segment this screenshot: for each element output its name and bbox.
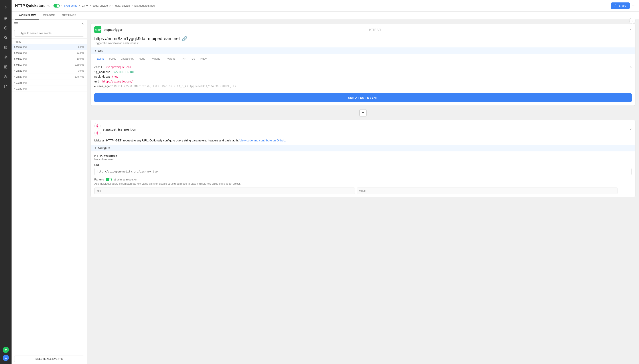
- tab-python3[interactable]: Python3: [163, 56, 178, 62]
- tab-workflow[interactable]: WORKFLOW: [15, 12, 39, 20]
- tab-node[interactable]: Node: [136, 56, 148, 62]
- section-caret-icon: ▼: [94, 50, 97, 52]
- tab-curl[interactable]: cURL: [107, 56, 119, 62]
- sidebar-icon-events[interactable]: [2, 14, 10, 22]
- list-item[interactable]: 4:23:39 PM 39ms: [12, 68, 87, 74]
- panel-collapse-icon[interactable]: [81, 22, 84, 26]
- more-menu-button[interactable]: ···: [632, 3, 635, 8]
- add-step-wrap: +: [91, 109, 635, 116]
- event-useragent-row: ▶ user_agent Mozilla/5.0 (Macintosh; Int…: [94, 84, 632, 89]
- iss-params-sub: Add individual query parameters as key-v…: [94, 182, 632, 185]
- version-badge[interactable]: v.4: [82, 4, 88, 7]
- trigger-url-sub: Trigger this workflow on each request: [94, 42, 632, 45]
- iss-params-mode: structured mode: on: [114, 178, 137, 181]
- user-link[interactable]: @pd-demo: [64, 4, 77, 7]
- event-data-section: ✎ email: user@example.com ip_address: 92…: [91, 62, 635, 92]
- sidebar-icon-profile[interactable]: [3, 355, 9, 361]
- edit-event-icon[interactable]: ✎: [630, 65, 632, 70]
- trigger-badge: HTTP: [94, 26, 101, 33]
- iss-http-label: HTTP / Webhook: [94, 154, 632, 158]
- sidebar-icon-grid[interactable]: [2, 63, 10, 71]
- edit-title-icon[interactable]: ✎: [47, 4, 50, 8]
- tab-settings[interactable]: SETTINGS: [59, 12, 80, 20]
- list-item[interactable]: 5:09:26 PM 53ms: [12, 44, 87, 50]
- iss-key-input[interactable]: [94, 188, 355, 194]
- sidebar-icon-upgrade[interactable]: [3, 347, 9, 353]
- svg-rect-1: [5, 18, 7, 18]
- iss-params-toggle[interactable]: [106, 178, 112, 181]
- list-item[interactable]: 4:11:48 PM: [12, 80, 87, 86]
- sidebar-icon-settings[interactable]: [2, 53, 10, 61]
- tab-bar: WORKFLOW README SETTINGS: [12, 12, 639, 20]
- panel-menu-icon[interactable]: [14, 22, 18, 26]
- event-mock-row: mock_data: true: [94, 74, 632, 79]
- iss-icon-wrap: [94, 123, 101, 136]
- iss-close-button[interactable]: ×: [630, 128, 632, 132]
- svg-rect-10: [6, 67, 7, 68]
- trigger-section-header[interactable]: ▼ test: [91, 48, 635, 54]
- trigger-url-section: https://enmr8zm1ygqk9da.m.pipedream.net …: [91, 36, 635, 48]
- workflow-toggle[interactable]: [54, 4, 60, 8]
- content-area: Today 5:09:26 PM 53ms 5:09:25 PM 313ms 5…: [12, 20, 639, 364]
- workflow-panel: HTTP steps.trigger HTTP API × https://en…: [87, 20, 639, 364]
- share-button[interactable]: Share: [611, 2, 630, 9]
- iss-remove-param-button[interactable]: −: [619, 188, 624, 194]
- iss-url-input[interactable]: [94, 168, 632, 175]
- link-icon: 🔗: [182, 36, 187, 41]
- tab-php[interactable]: PHP: [178, 56, 189, 62]
- list-item[interactable]: 4:11:40 PM: [12, 86, 87, 92]
- trigger-close-button[interactable]: ×: [630, 28, 632, 32]
- trigger-step-name: steps.trigger: [104, 28, 123, 32]
- event-ip-row: ip_address: 92.188.61.181: [94, 70, 632, 75]
- iss-no-auth-label: No auth required.: [94, 158, 632, 161]
- sidebar-icon-data[interactable]: [2, 44, 10, 52]
- useragent-expand-icon[interactable]: ▶: [94, 84, 96, 88]
- list-item[interactable]: 4:23:37 PM 1,467ms: [12, 74, 87, 80]
- tab-ruby[interactable]: Ruby: [198, 56, 209, 62]
- sidebar-expand-btn[interactable]: [2, 3, 10, 11]
- iss-kv-row: − +: [94, 188, 632, 194]
- delete-all-events-button[interactable]: DELETE ALL EVENTS: [14, 356, 84, 362]
- iss-icon-top: [94, 123, 101, 129]
- event-email-row: email: user@example.com: [94, 65, 632, 70]
- svg-rect-7: [5, 66, 6, 67]
- iss-icon-bottom: [94, 130, 101, 136]
- iss-value-input[interactable]: [357, 188, 617, 194]
- http-api-label: HTTP API: [369, 28, 381, 31]
- iss-add-param-button[interactable]: +: [626, 188, 632, 194]
- events-date-label: Today: [12, 38, 87, 44]
- sidebar-icon-docs[interactable]: [2, 82, 10, 90]
- sidebar: [0, 0, 12, 364]
- tab-go[interactable]: Go: [189, 56, 198, 62]
- iss-step-header: steps.get_iss_position ×: [91, 120, 635, 139]
- search-box: [12, 28, 87, 38]
- list-item[interactable]: 5:04:07 PM 2,880ms: [12, 62, 87, 68]
- help-button[interactable]: ?: [629, 18, 635, 24]
- list-item[interactable]: 5:04:10 PM 109ms: [12, 56, 87, 62]
- search-wrap: [14, 30, 84, 36]
- sidebar-icon-workflow[interactable]: [2, 24, 10, 32]
- sidebar-icon-search[interactable]: [2, 34, 10, 42]
- iss-section-header[interactable]: ▼ configure: [91, 145, 635, 152]
- sidebar-icon-users[interactable]: [2, 73, 10, 81]
- main-container: HTTP Quickstart ✎ • @pd-demo • v.4 • cod…: [12, 0, 639, 364]
- tab-python2[interactable]: Python2: [148, 56, 163, 62]
- trigger-url: https://enmr8zm1ygqk9da.m.pipedream.net …: [94, 36, 632, 41]
- tab-event[interactable]: Event: [94, 56, 107, 62]
- svg-rect-9: [5, 67, 6, 68]
- send-test-wrap: SEND TEST EVENT: [91, 93, 635, 102]
- trigger-step-header: HTTP steps.trigger HTTP API ×: [91, 24, 635, 36]
- svg-rect-15: [14, 24, 17, 25]
- list-item[interactable]: 5:09:25 PM 313ms: [12, 50, 87, 56]
- svg-rect-14: [14, 24, 18, 24]
- search-input[interactable]: [14, 30, 84, 36]
- add-step-button[interactable]: +: [360, 109, 367, 116]
- svg-rect-2: [5, 19, 6, 20]
- send-test-event-button[interactable]: SEND TEST EVENT: [94, 93, 632, 102]
- svg-rect-0: [5, 17, 7, 18]
- tab-javascript[interactable]: JavaScript: [119, 56, 136, 62]
- iss-github-link[interactable]: View code and contribute on Github.: [239, 139, 286, 142]
- trigger-inner-tabs: Event cURL JavaScript Node Python2 Pytho…: [91, 54, 635, 62]
- iss-configure-section: HTTP / Webhook No auth required. URL Par…: [91, 152, 635, 197]
- tab-readme[interactable]: README: [39, 12, 59, 20]
